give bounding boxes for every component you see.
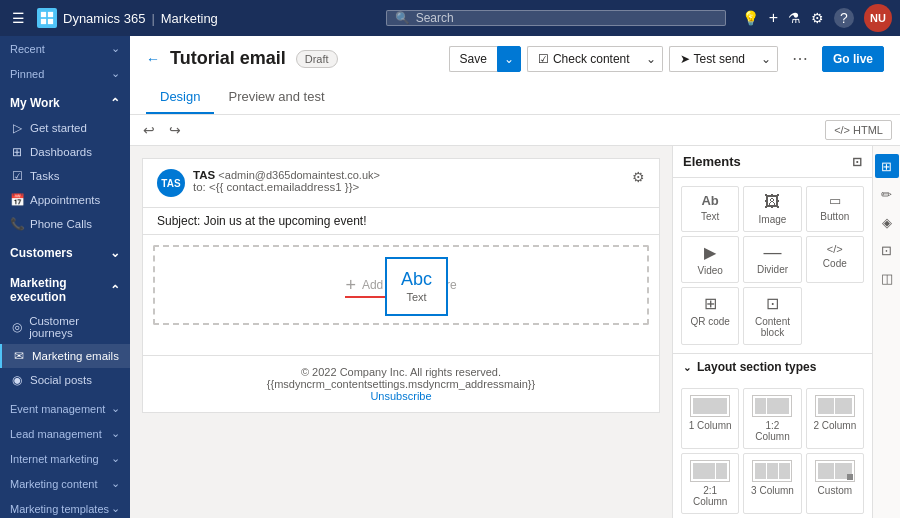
element-video[interactable]: ▶ Video (681, 236, 739, 283)
test-send-split: ➤Test send ⌄ (669, 46, 778, 72)
toolbar-right: </> HTML (825, 120, 892, 140)
layout-2-1-col-preview (690, 460, 730, 482)
redo-button[interactable]: ↪ (164, 119, 186, 141)
lead-management-header[interactable]: Lead management ⌄ (0, 421, 130, 446)
tab-design[interactable]: Design (146, 81, 214, 114)
sidebar-item-dashboards[interactable]: ⊞Dashboards (0, 140, 130, 164)
module-name: Marketing (161, 11, 218, 26)
bulb-icon[interactable]: 💡 (742, 10, 759, 26)
pinned-header[interactable]: Pinned ⌄ (0, 61, 130, 86)
sidebar-item-phone-calls[interactable]: 📞Phone Calls (0, 212, 130, 236)
undo-button[interactable]: ↩ (138, 119, 160, 141)
sidebar-item-tasks[interactable]: ☑Tasks (0, 164, 130, 188)
email-settings-icon[interactable]: ⚙ (632, 169, 645, 185)
header-left: ← Tutorial email Draft (146, 48, 338, 69)
grid-icon: ⊞ (10, 145, 24, 159)
drop-zone[interactable]: + Add element here Abc Text (153, 245, 649, 325)
marketing-templates-header[interactable]: Marketing templates ⌄ (0, 496, 130, 518)
strip-layout-icon[interactable]: ⊡ (875, 238, 899, 262)
test-send-button[interactable]: ➤Test send (669, 46, 755, 72)
panel-collapse-icon[interactable]: ⊡ (852, 155, 862, 169)
layout-section-header[interactable]: ⌄ Layout section types (673, 353, 872, 380)
phone-icon: 📞 (10, 217, 24, 231)
content-header: ← Tutorial email Draft Save ⌄ ☑Check con… (130, 36, 900, 115)
email-header-left: TAS TAS <admin@d365domaintest.co.uk> to:… (157, 169, 380, 197)
check-content-caret[interactable]: ⌄ (640, 46, 663, 72)
draft-badge: Draft (296, 50, 338, 68)
marketing-execution-header[interactable]: Marketing execution ⌃ (0, 270, 130, 310)
header-actions: Save ⌄ ☑Check content ⌄ ➤Test send ⌄ ⋯ G… (449, 44, 884, 73)
layout-3-col-preview (752, 460, 792, 482)
marketing-content-header[interactable]: Marketing content ⌄ (0, 471, 130, 496)
search-input[interactable] (416, 11, 717, 25)
strip-filter-icon[interactable]: ◈ (875, 210, 899, 234)
settings-icon[interactable]: ⚙ (811, 10, 824, 26)
layout-grid: 1 Column 1:2 Column (673, 380, 872, 518)
element-qrcode[interactable]: ⊞ QR code (681, 287, 739, 345)
chevron-down-icon: ⌄ (111, 67, 120, 80)
go-live-button[interactable]: Go live (822, 46, 884, 72)
sidebar-item-social-posts[interactable]: ◉Social posts (0, 368, 130, 392)
element-content-block[interactable]: ⊡ Content block (743, 287, 801, 345)
element-divider[interactable]: — Divider (743, 236, 801, 283)
recent-header[interactable]: Recent ⌄ (0, 36, 130, 61)
image-icon: 🖼 (764, 193, 780, 211)
internet-marketing-header[interactable]: Internet marketing ⌄ (0, 446, 130, 471)
element-button[interactable]: ▭ Button (806, 186, 864, 232)
sidebar-item-appointments[interactable]: 📅Appointments (0, 188, 130, 212)
menu-icon[interactable]: ☰ (8, 6, 29, 30)
strip-pin-icon[interactable]: ◫ (875, 266, 899, 290)
email-body[interactable]: + Add element here Abc Text (143, 235, 659, 355)
event-management-header[interactable]: Event management ⌄ (0, 396, 130, 421)
tab-preview[interactable]: Preview and test (214, 81, 338, 114)
save-caret[interactable]: ⌄ (497, 46, 521, 72)
calendar-icon: 📅 (10, 193, 24, 207)
button-icon: ▭ (829, 193, 841, 208)
layout-1-2-column[interactable]: 1:2 Column (743, 388, 801, 449)
brand-name: Dynamics 365 (63, 11, 145, 26)
header-top: ← Tutorial email Draft Save ⌄ ☑Check con… (146, 36, 884, 81)
layout-2-column[interactable]: 2 Column (806, 388, 864, 449)
plus-icon[interactable]: + (769, 9, 778, 27)
layout-custom[interactable]: Custom (806, 453, 864, 514)
brand-logo (37, 8, 57, 28)
sender-avatar: TAS (157, 169, 185, 197)
save-button[interactable]: Save (449, 46, 497, 72)
sender-name: TAS <admin@d365domaintest.co.uk> (193, 169, 380, 181)
filter-icon[interactable]: ⚗ (788, 10, 801, 26)
element-code[interactable]: </> Code (806, 236, 864, 283)
help-icon[interactable]: ? (834, 8, 854, 28)
layout-3-column[interactable]: 3 Column (743, 453, 801, 514)
test-send-caret[interactable]: ⌄ (755, 46, 778, 72)
content-block-icon: ⊡ (766, 294, 779, 313)
floating-text-element[interactable]: Abc Text (385, 257, 448, 316)
html-button[interactable]: </> HTML (825, 120, 892, 140)
code-element-icon: </> (827, 243, 843, 255)
strip-elements-icon[interactable]: ⊞ (875, 154, 899, 178)
layout-1-column[interactable]: 1 Column (681, 388, 739, 449)
strip-style-icon[interactable]: ✏ (875, 182, 899, 206)
svg-rect-3 (48, 19, 53, 24)
avatar[interactable]: NU (864, 4, 892, 32)
footer-dynamic: {{msdyncrm_contentsettings.msdyncrm_addr… (153, 378, 649, 390)
sidebar-item-marketing-emails[interactable]: ✉Marketing emails (0, 344, 130, 368)
email-meta: TAS <admin@d365domaintest.co.uk> to: <{{… (193, 169, 380, 193)
sidebar-item-customer-journeys[interactable]: ◎Customer journeys (0, 310, 130, 344)
unsubscribe-link[interactable]: Unsubscribe (370, 390, 431, 402)
layout-chevron: ⌄ (683, 362, 691, 373)
sidebar-item-get-started[interactable]: ▷Get started (0, 116, 130, 140)
email-header: TAS TAS <admin@d365domaintest.co.uk> to:… (143, 159, 659, 208)
more-button[interactable]: ⋯ (784, 44, 816, 73)
customers-header[interactable]: Customers ⌄ (0, 240, 130, 266)
check-content-button[interactable]: ☑Check content (527, 46, 640, 72)
play-icon: ▷ (10, 121, 24, 135)
element-image[interactable]: 🖼 Image (743, 186, 801, 232)
layout-2-1-column[interactable]: 2:1 Column (681, 453, 739, 514)
search-bar[interactable]: 🔍 (386, 10, 726, 26)
email-canvas: TAS TAS <admin@d365domaintest.co.uk> to:… (130, 146, 672, 518)
back-button[interactable]: ← (146, 51, 160, 67)
my-work-header[interactable]: My Work ⌃ (0, 90, 130, 116)
chevron-down-icon: ⌄ (111, 42, 120, 55)
element-text[interactable]: Ab Text (681, 186, 739, 232)
svg-rect-0 (41, 12, 46, 17)
